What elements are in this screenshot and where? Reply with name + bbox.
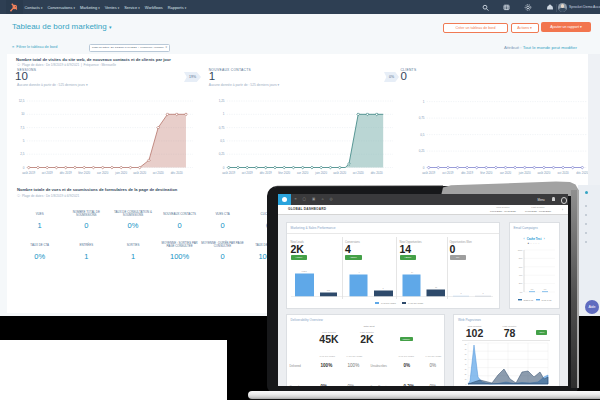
svg-text:40: 40 [465,363,467,364]
svg-text:août 2019: août 2019 [222,171,235,175]
svg-text:0,25: 0,25 [419,149,425,153]
svg-text:0,5: 0,5 [420,133,425,137]
svg-text:févr 2020: févr 2020 [480,171,492,175]
svg-text:oct 2019: oct 2019 [442,171,453,175]
svg-text:10: 10 [465,378,467,379]
svg-text:déc 2020: déc 2020 [171,171,183,175]
svg-text:60: 60 [465,353,467,354]
svg-text:100%: 100% [517,248,522,250]
svg-text:10: 10 [21,112,25,116]
svg-text:7,5: 7,5 [20,126,25,130]
svg-text:août 2019: août 2019 [422,171,435,175]
svg-text:juin 2020: juin 2020 [114,171,127,175]
svg-text:août 2019: août 2019 [22,171,35,175]
svg-text:févr 2020: févr 2020 [278,171,290,175]
svg-text:0: 0 [23,166,25,170]
svg-text:0: 0 [482,292,484,294]
svg-text:déc 2019: déc 2019 [60,171,72,175]
svg-text:0,75: 0,75 [419,116,425,120]
svg-text:avr 2020: avr 2020 [297,171,309,175]
svg-text:0: 0 [223,166,225,170]
svg-text:oct 2019: oct 2019 [42,171,53,175]
svg-text:oct 2019: oct 2019 [242,171,253,175]
svg-text:oct 2020: oct 2020 [353,171,364,175]
svg-text:THIS QUARTER: THIS QUARTER [381,302,396,304]
svg-text:0%: 0% [519,290,522,292]
svg-text:0,25: 0,25 [219,152,225,156]
svg-text:20%: 20% [518,282,522,284]
svg-text:0: 0 [423,166,425,170]
svg-text:0: 0 [460,292,462,294]
svg-text:70: 70 [465,348,467,349]
svg-text:1: 1 [423,100,425,104]
svg-text:30: 30 [465,368,467,369]
svg-text:oct 2020: oct 2020 [558,171,569,175]
svg-text:LAST QUARTER: LAST QUARTER [408,302,424,304]
svg-text:0%: 0% [530,287,533,289]
svg-text:CLICK RATE: CLICK RATE [541,298,552,300]
svg-text:60%: 60% [518,265,522,267]
svg-text:11: 11 [434,285,437,287]
svg-text:0%: 0% [543,287,546,289]
svg-text:2,5: 2,5 [20,152,25,156]
svg-text:14: 14 [410,271,413,273]
svg-text:déc 2019: déc 2019 [461,171,473,175]
svg-text:août 2020: août 2020 [537,171,550,175]
svg-text:80%: 80% [518,257,522,259]
svg-text:0: 0 [466,383,467,384]
svg-text:1,203: 1,203 [301,270,307,273]
svg-text:déc 2020: déc 2020 [371,171,383,175]
svg-text:80: 80 [465,343,467,344]
svg-text:0,5: 0,5 [220,139,225,143]
svg-text:avr 2020: avr 2020 [500,171,512,175]
svg-text:déc 2020: déc 2020 [576,171,588,175]
svg-text:1: 1 [382,286,384,288]
svg-text:20: 20 [465,373,467,374]
svg-text:5: 5 [23,139,25,143]
svg-text:juin 2020: juin 2020 [518,171,531,175]
svg-text:12,5: 12,5 [19,99,25,103]
svg-text:oct 2020: oct 2020 [153,171,164,175]
svg-text:107: 107 [326,289,330,291]
svg-text:août 2020: août 2020 [333,171,346,175]
svg-text:1,25: 1,25 [219,99,225,103]
svg-text:40%: 40% [518,274,522,276]
svg-text:1: 1 [223,112,225,116]
svg-text:50: 50 [465,358,467,359]
svg-text:juin 2020: juin 2020 [314,171,327,175]
svg-text:août 2020: août 2020 [133,171,146,175]
svg-text:OPEN RATE: OPEN RATE [523,298,534,300]
svg-text:févr 2020: févr 2020 [78,171,90,175]
svg-text:4: 4 [358,271,360,273]
svg-text:0,75: 0,75 [219,126,225,130]
svg-text:avr 2020: avr 2020 [97,171,109,175]
svg-text:déc 2019: déc 2019 [260,171,272,175]
